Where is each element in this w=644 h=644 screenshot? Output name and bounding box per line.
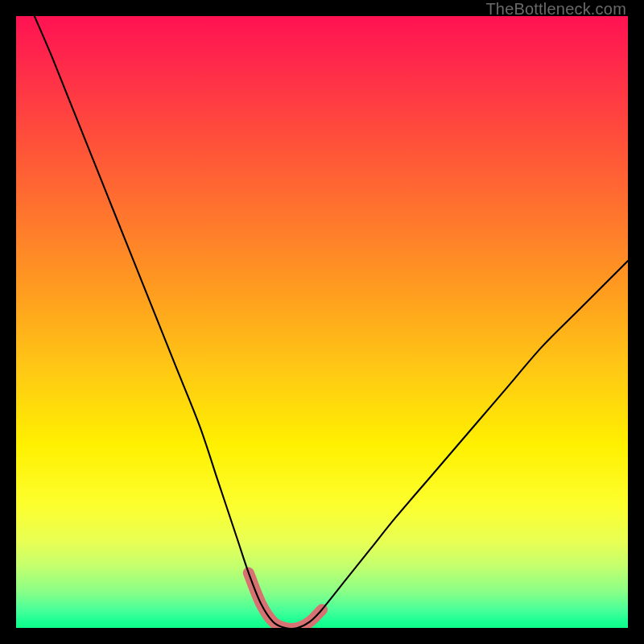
watermark-text: TheBottleneck.com [485,0,626,19]
bottleneck-curve [35,16,628,628]
chart-frame: TheBottleneck.com [0,0,644,644]
plot-area [16,16,628,628]
plot-svg [16,16,628,628]
